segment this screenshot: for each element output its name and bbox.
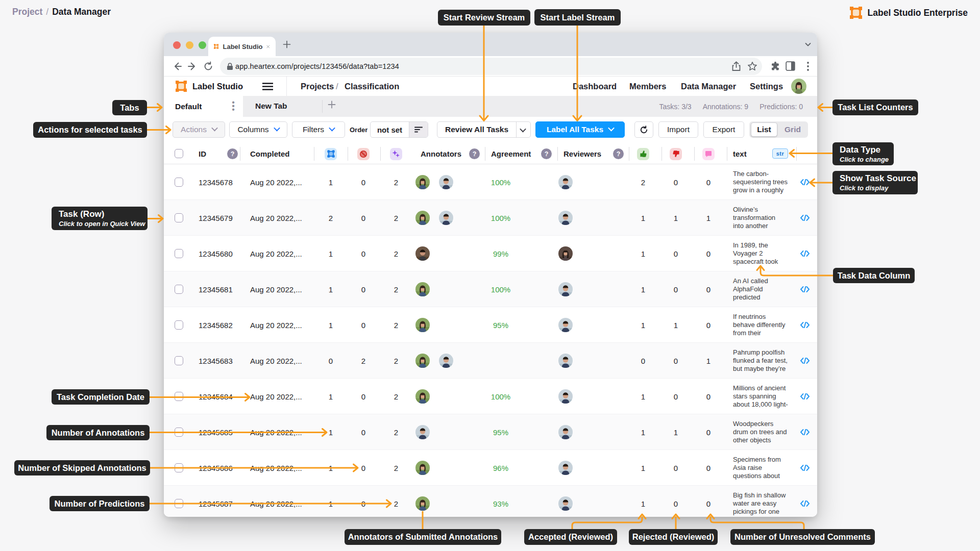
help-icon[interactable]: ? xyxy=(613,148,624,159)
avatar-m1[interactable] xyxy=(439,175,453,189)
new-tab-button[interactable] xyxy=(283,40,291,48)
avatar-w1[interactable] xyxy=(415,461,430,475)
tab-menu-icon[interactable]: ••• xyxy=(230,101,236,111)
column-header-completed[interactable]: Completed xyxy=(250,149,290,158)
side-panel-icon[interactable] xyxy=(786,61,795,71)
review-dropdown-chevron[interactable] xyxy=(516,122,530,137)
avatar-m1[interactable] xyxy=(558,461,573,475)
forward-icon[interactable] xyxy=(187,61,198,72)
browser-menu-icon[interactable] xyxy=(803,61,813,72)
import-button[interactable]: Import xyxy=(658,121,698,138)
skipped-column-icon[interactable] xyxy=(357,148,370,160)
avatar-m1[interactable] xyxy=(558,211,573,225)
avatar-m1[interactable] xyxy=(558,282,573,296)
refresh-button[interactable] xyxy=(634,121,653,138)
order-value-button[interactable]: not set xyxy=(370,121,428,138)
task-row[interactable]: 12345681Aug 20 2022,...102100%100An AI c… xyxy=(164,271,817,307)
column-header-agreement[interactable]: Agreement xyxy=(491,149,531,158)
view-grid-button[interactable]: Grid xyxy=(777,125,808,134)
row-checkbox[interactable] xyxy=(175,285,183,294)
task-row[interactable]: 12345680Aug 20 2022,...10299%100In 1989,… xyxy=(164,236,817,271)
avatar-w1[interactable] xyxy=(415,175,430,189)
select-all-checkbox[interactable] xyxy=(175,149,183,158)
show-source-icon[interactable] xyxy=(800,322,810,328)
row-checkbox[interactable] xyxy=(175,463,183,472)
show-source-icon[interactable] xyxy=(800,215,810,221)
avatar-m1[interactable] xyxy=(558,496,573,511)
avatar-w1[interactable] xyxy=(415,496,430,511)
nav-data-manager[interactable]: Data Manager xyxy=(681,82,736,91)
avatar-m1[interactable] xyxy=(415,425,430,439)
show-source-icon[interactable] xyxy=(800,393,810,399)
row-checkbox[interactable] xyxy=(175,213,183,222)
row-checkbox[interactable] xyxy=(175,392,183,401)
add-tab-icon[interactable] xyxy=(328,101,336,109)
actions-dropdown[interactable]: Actions xyxy=(173,121,225,138)
task-row[interactable]: 12345679Aug 20 2022,...202100%111Olivine… xyxy=(164,200,817,236)
address-bar[interactable]: app.heartex.com/projects/123456/data?tab… xyxy=(220,58,762,75)
export-button[interactable]: Export xyxy=(703,121,744,138)
show-source-icon[interactable] xyxy=(800,358,810,364)
label-all-tasks-button[interactable]: Label All Tasks xyxy=(535,121,625,138)
app-brand-name[interactable]: Label Studio xyxy=(192,82,243,91)
avatar-m1[interactable] xyxy=(558,425,573,439)
window-minimize-button[interactable] xyxy=(186,41,193,49)
window-close-button[interactable] xyxy=(173,41,181,49)
sort-order-icon[interactable] xyxy=(409,122,428,137)
help-icon[interactable]: ? xyxy=(227,148,238,159)
window-zoom-button[interactable] xyxy=(199,41,206,49)
breadcrumb-project[interactable]: Project xyxy=(12,7,42,17)
data-type-badge[interactable]: str xyxy=(772,148,788,159)
column-header-annotators[interactable]: Annotators xyxy=(421,149,461,158)
show-source-icon[interactable] xyxy=(800,286,810,292)
columns-dropdown[interactable]: Columns xyxy=(229,121,287,138)
avatar-w1[interactable] xyxy=(415,354,430,368)
task-row[interactable]: 12345686Aug 20 2022,...10296%100Specimen… xyxy=(164,450,817,486)
avatar-e1[interactable] xyxy=(558,246,573,261)
avatar-m1[interactable] xyxy=(439,354,453,368)
hamburger-menu-icon[interactable] xyxy=(262,83,273,90)
task-row[interactable]: 12345684Aug 20 2022,...102100%100Million… xyxy=(164,379,817,414)
row-checkbox[interactable] xyxy=(175,178,183,187)
help-icon[interactable]: ? xyxy=(541,148,552,159)
predictions-column-icon[interactable] xyxy=(390,148,402,160)
app-logo-icon[interactable] xyxy=(176,81,187,92)
row-checkbox[interactable] xyxy=(175,499,183,508)
app-breadcrumb-root[interactable]: Projects xyxy=(301,82,334,91)
avatar-w1[interactable] xyxy=(415,282,430,296)
avatar-m2[interactable] xyxy=(415,246,430,261)
back-icon[interactable] xyxy=(172,61,183,72)
task-row[interactable]: 12345678Aug 20 2022,...102100%200The car… xyxy=(164,164,817,200)
nav-members[interactable]: Members xyxy=(629,82,666,91)
extensions-icon[interactable] xyxy=(770,61,780,71)
share-icon[interactable] xyxy=(731,61,741,71)
filters-dropdown[interactable]: Filters xyxy=(292,121,345,138)
avatar-w1[interactable] xyxy=(415,318,430,332)
task-row[interactable]: 12345687Aug 20 2022,...10293%100Big fish… xyxy=(164,486,817,517)
avatar-m1[interactable] xyxy=(558,318,573,332)
reload-icon[interactable] xyxy=(203,61,214,72)
view-list-button[interactable]: List xyxy=(751,122,777,137)
row-checkbox[interactable] xyxy=(175,356,183,365)
row-checkbox[interactable] xyxy=(175,320,183,330)
tab-close-icon[interactable] xyxy=(266,44,270,49)
row-checkbox[interactable] xyxy=(175,249,183,258)
review-all-tasks-button[interactable]: Review All Tasks xyxy=(437,121,531,138)
show-source-icon[interactable] xyxy=(800,251,810,257)
task-row[interactable]: 12345685Aug 20 2022,...10295%110Woodpeck… xyxy=(164,414,817,450)
avatar-m1[interactable] xyxy=(439,211,453,225)
column-header-reviewers[interactable]: Reviewers xyxy=(564,149,601,158)
tab-new-tab[interactable]: New Tab xyxy=(255,102,287,111)
task-row[interactable]: 12345683Aug 20 2022,...022001Pahrump poo… xyxy=(164,343,817,379)
row-checkbox[interactable] xyxy=(175,428,183,437)
show-source-icon[interactable] xyxy=(800,465,810,471)
avatar-m1[interactable] xyxy=(558,389,573,404)
column-header-id[interactable]: ID xyxy=(199,149,206,158)
nav-settings[interactable]: Settings xyxy=(750,82,783,91)
browser-tab[interactable]: Label Studio xyxy=(208,37,276,56)
annotations-column-icon[interactable] xyxy=(325,148,337,160)
rejected-column-icon[interactable] xyxy=(670,148,682,160)
accepted-column-icon[interactable] xyxy=(637,148,649,160)
tab-search-chevron-icon[interactable] xyxy=(804,41,812,47)
column-header-text[interactable]: text xyxy=(733,149,747,158)
